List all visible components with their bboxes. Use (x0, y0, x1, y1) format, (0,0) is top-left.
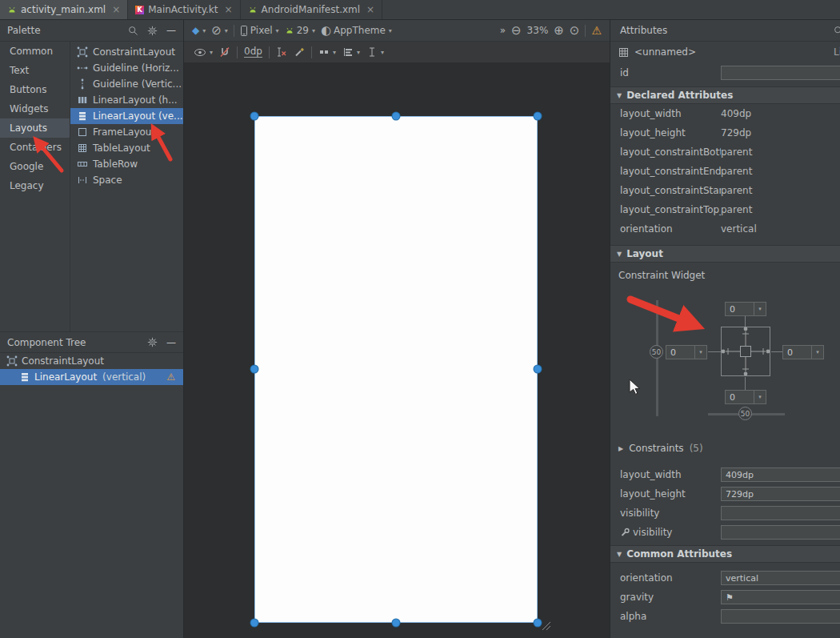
selection-handle[interactable] (393, 113, 400, 120)
attr-value[interactable]: parent (721, 204, 752, 215)
gear-icon[interactable] (147, 337, 158, 347)
tab-androidmanifest-xml[interactable]: AndroidManifest.xml × (241, 0, 383, 19)
tools-visibility-input[interactable] (721, 525, 840, 540)
api-version-button[interactable]: 29 ▾ (285, 25, 315, 36)
tab-activity-main-xml[interactable]: activity_main.xml × (0, 0, 128, 19)
palette-category-google[interactable]: Google (0, 157, 70, 176)
vertical-bias-slider[interactable]: 50 (650, 345, 663, 359)
attr-row[interactable]: layout_height729dp (610, 123, 840, 142)
close-icon[interactable]: × (225, 4, 233, 15)
palette-item-guideline-vertical[interactable]: Guideline (Vertic... (70, 76, 183, 92)
chevron-down-icon[interactable]: ▾ (694, 346, 706, 359)
palette-item-constraintlayout[interactable]: ConstraintLayout (70, 44, 183, 60)
attr-value[interactable]: parent (721, 146, 752, 158)
minimize-icon[interactable]: — (166, 337, 176, 348)
toolbar-overflow-icon[interactable]: » (500, 25, 506, 36)
attr-row[interactable]: orientationvertical (610, 219, 840, 239)
palette-category-layouts[interactable]: Layouts (0, 118, 70, 138)
warning-icon[interactable]: ⚠ (166, 371, 175, 383)
attr-row[interactable]: layout_constraintStart_parent (610, 181, 840, 200)
infer-constraints-icon[interactable] (294, 46, 305, 58)
attr-value[interactable]: 729dp (721, 127, 751, 138)
device-selector-button[interactable]: Pixel ▾ (240, 25, 279, 37)
selection-handle[interactable] (534, 113, 542, 120)
palette-item-linearlayout-vertical[interactable]: LinearLayout (ve... (70, 108, 183, 124)
palette-category-containers[interactable]: Containers (0, 138, 70, 157)
alpha-input[interactable] (721, 609, 840, 624)
section-expand-icon[interactable]: ▼ (617, 92, 622, 99)
attr-value[interactable]: vertical (721, 223, 757, 235)
margin-bottom-combo[interactable]: 0▾ (725, 390, 766, 404)
flag-icon[interactable]: ⚑ (726, 592, 734, 603)
pack-button[interactable]: ▾ (318, 46, 336, 58)
gear-icon[interactable] (147, 26, 158, 36)
tree-item-linearlayout-vertical[interactable]: LinearLayout (vertical) ⚠ (0, 369, 183, 385)
margin-left-combo[interactable]: 0▾ (666, 345, 707, 359)
attr-value[interactable]: parent (721, 166, 752, 177)
ui-mode-button[interactable]: ⊘▾ (211, 25, 228, 37)
resize-corner-handle[interactable] (541, 620, 552, 632)
zoom-fit-button[interactable]: ⊙ (570, 25, 580, 37)
align-button[interactable]: ▾ (342, 46, 360, 58)
autoconnect-off-icon[interactable] (219, 46, 230, 58)
palette-category-text[interactable]: Text (0, 61, 70, 80)
design-surface-button[interactable]: ◆▾ (192, 25, 206, 36)
section-expand-icon[interactable]: ▼ (617, 551, 622, 558)
palette-item-space[interactable]: Space (70, 172, 183, 188)
palette-item-guideline-horizontal[interactable]: Guideline (Horiz... (70, 60, 183, 76)
palette-item-tablerow[interactable]: TableRow (70, 156, 183, 172)
selection-handle[interactable] (534, 366, 542, 373)
chevron-down-icon[interactable]: ▾ (811, 346, 823, 359)
visibility-input[interactable] (721, 506, 840, 520)
section-expand-icon[interactable]: ▼ (617, 251, 622, 258)
chevron-down-icon[interactable]: ▾ (754, 303, 766, 315)
selection-handle[interactable] (534, 620, 542, 627)
section-collapsed-icon[interactable]: ▶ (618, 445, 623, 452)
attr-value[interactable]: 409dp (721, 108, 751, 119)
minimize-icon[interactable]: — (166, 25, 176, 36)
selection-handle[interactable] (251, 366, 258, 373)
layout-width-input[interactable] (721, 467, 840, 482)
gravity-input[interactable]: ⚑ (721, 590, 840, 604)
close-icon[interactable]: × (366, 4, 374, 15)
palette-item-linearlayout-horizontal[interactable]: LinearLayout (h... (70, 92, 183, 108)
tab-mainactivity-kt[interactable]: K MainActivity.kt × (128, 0, 240, 19)
tree-item-constraintlayout[interactable]: ConstraintLayout (0, 353, 183, 369)
id-input[interactable] (721, 66, 840, 80)
attr-row[interactable]: layout_constraintTop_tparent (610, 200, 840, 219)
design-surface-artboard[interactable] (254, 116, 538, 623)
margin-right-combo[interactable]: 0▾ (782, 345, 824, 359)
selection-handle[interactable] (393, 620, 400, 627)
search-icon[interactable] (128, 26, 138, 36)
chevron-down-icon[interactable]: ▾ (754, 391, 766, 403)
distribute-button[interactable]: ▾ (366, 46, 384, 58)
selection-handle[interactable] (251, 620, 258, 627)
palette-item-tablelayout[interactable]: TableLayout (70, 140, 183, 156)
zoom-in-button[interactable]: ⊕ (554, 25, 564, 37)
palette-category-buttons[interactable]: Buttons (0, 80, 70, 99)
attr-row[interactable]: layout_width409dp (610, 104, 840, 123)
constraints-group-row[interactable]: ▶ Constraints (5) (610, 439, 840, 458)
layout-height-input[interactable] (721, 487, 840, 501)
warning-indicator[interactable]: ⚠ (591, 24, 602, 37)
palette-category-legacy[interactable]: Legacy (0, 176, 70, 195)
declared-attributes-section-header[interactable]: ▼ Declared Attributes (610, 86, 840, 104)
default-margins-button[interactable]: 0dp (244, 46, 262, 58)
orientation-input[interactable] (721, 571, 840, 585)
theme-selector-button[interactable]: ◐ AppTheme ▾ (321, 25, 392, 37)
attr-row[interactable]: layout_constraintEnd_tparent (610, 162, 840, 181)
constraint-widget-square[interactable] (721, 327, 770, 376)
attr-row[interactable]: layout_constraintBottoparent (610, 142, 840, 162)
palette-category-common[interactable]: Common (0, 42, 70, 61)
layout-section-header[interactable]: ▼ Layout (610, 245, 840, 263)
clear-constraints-icon[interactable] (276, 46, 287, 58)
close-icon[interactable]: × (112, 4, 120, 15)
attr-value[interactable]: parent (721, 185, 752, 196)
horizontal-bias-slider[interactable]: 50 (738, 407, 752, 420)
palette-item-framelayout[interactable]: FrameLayout (70, 124, 183, 140)
selection-handle[interactable] (251, 113, 258, 120)
palette-category-widgets[interactable]: Widgets (0, 99, 70, 118)
zoom-out-button[interactable]: ⊖ (511, 25, 522, 37)
search-icon[interactable] (834, 26, 840, 36)
margin-top-combo[interactable]: 0▾ (725, 302, 766, 316)
